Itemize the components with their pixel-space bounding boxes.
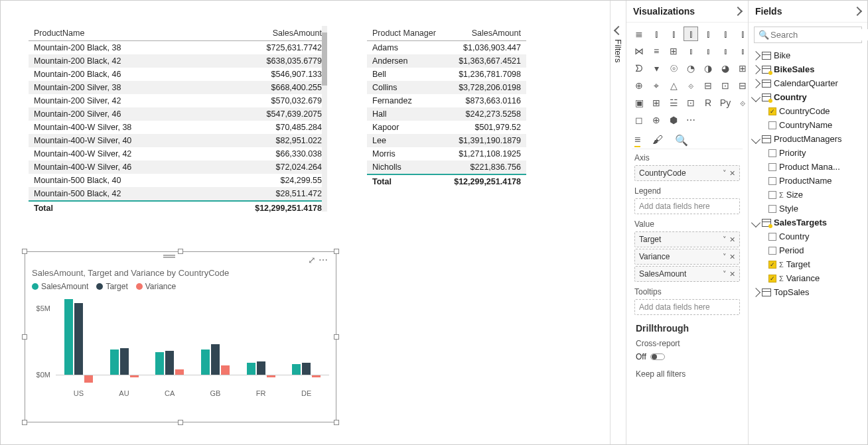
analytics-tab-icon[interactable]: 🔍 (675, 134, 688, 147)
viz-type-icon[interactable]: ⫿ (666, 27, 681, 41)
value-field-well[interactable]: Target˅✕ (634, 231, 740, 247)
field-table[interactable]: SalesTargets (751, 216, 865, 229)
field-item[interactable]: Period (751, 243, 865, 257)
viz-type-icon[interactable]: ⊕ (632, 78, 646, 93)
col-manager[interactable]: Product Manager (367, 26, 445, 41)
viz-type-icon[interactable]: ◕ (718, 61, 733, 76)
viz-type-icon[interactable]: ⬢ (666, 113, 681, 127)
table-row[interactable]: Kapoor$501,979.52 (367, 121, 526, 134)
table-row[interactable]: Fernandez$873,663.0116 (367, 94, 526, 107)
bar[interactable] (110, 350, 119, 375)
viz-type-icon[interactable]: Py (718, 95, 733, 110)
col-productname[interactable]: ProductName (29, 26, 202, 41)
col-salesamount[interactable]: SalesAmount (445, 26, 526, 41)
viz-type-icon[interactable]: ▾ (649, 61, 664, 76)
field-item[interactable]: ProductName (751, 174, 865, 188)
viz-type-icon[interactable]: ⊡ (718, 78, 733, 93)
fields-search[interactable]: 🔍 (754, 27, 862, 43)
bar[interactable] (292, 364, 301, 375)
table-row[interactable]: Mountain-200 Black, 46$546,907.133 (29, 68, 327, 81)
table-row[interactable]: Andersen$1,363,667.4521 (367, 54, 526, 68)
field-item[interactable]: CountryCode (751, 104, 865, 118)
bar[interactable] (257, 361, 265, 375)
legend-field-well[interactable]: Add data fields here (634, 198, 740, 214)
viz-type-icon[interactable]: ⊞ (649, 95, 664, 110)
table-row[interactable]: Lee$1,391,190.1879 (367, 134, 526, 147)
table-row[interactable]: Mountain-200 Black, 42$638,035.6779 (29, 54, 327, 68)
bar[interactable] (201, 350, 210, 375)
field-item[interactable]: ΣTarget (751, 257, 865, 271)
viz-type-icon[interactable]: ᗤ (632, 61, 646, 76)
table-row[interactable]: Mountain-500 Black, 40$24,299.55 (29, 174, 327, 187)
field-table[interactable]: BikeSales (751, 62, 865, 76)
viz-type-icon[interactable]: ⫿ (718, 27, 733, 41)
viz-type-icon[interactable]: ⫾ (684, 44, 698, 58)
viz-type-icon[interactable]: ▣ (632, 95, 646, 110)
viz-type-icon[interactable]: ⟐ (684, 78, 698, 93)
drag-handle-icon[interactable] (160, 255, 179, 260)
bar[interactable] (155, 352, 164, 375)
viz-type-icon[interactable]: ⊕ (649, 113, 664, 127)
viz-type-icon[interactable]: ⦾ (666, 61, 681, 76)
bar[interactable] (84, 375, 93, 383)
format-tab-icon[interactable]: 🖌 (652, 134, 663, 147)
viz-type-icon[interactable]: ⫾ (718, 44, 733, 58)
bar[interactable] (64, 299, 73, 375)
bar[interactable] (165, 351, 174, 375)
field-item[interactable]: Product Mana... (751, 160, 865, 174)
viz-type-icon[interactable]: ≣ (632, 27, 646, 41)
table-row[interactable]: Mountain-500 Black, 42$28,511.472 (29, 187, 327, 201)
field-table[interactable]: Bike (751, 48, 865, 62)
report-canvas[interactable]: ProductName SalesAmount Mountain-200 Bla… (1, 1, 610, 444)
collapse-fields-icon[interactable] (853, 7, 862, 16)
table-row[interactable]: Adams$1,036,903.447 (367, 41, 526, 55)
chart-plot-area[interactable]: $5M$0M USAUCAGBFRDE (56, 295, 329, 401)
table-row[interactable]: Mountain-400-W Silver, 46$72,024.264 (29, 160, 327, 174)
bar[interactable] (247, 363, 255, 375)
table-row[interactable]: Nicholls$221,836.756 (367, 160, 526, 174)
table-row[interactable]: Mountain-200 Black, 38$725,631.7742 (29, 41, 327, 55)
cross-report-toggle[interactable]: Off (632, 351, 743, 367)
scrollbar[interactable] (322, 26, 327, 212)
bar[interactable] (221, 365, 230, 375)
axis-field-well[interactable]: CountryCode˅✕ (634, 165, 740, 181)
filters-tab[interactable]: Filters (610, 1, 626, 444)
table-row[interactable]: Mountain-200 Silver, 42$570,032.679 (29, 94, 327, 107)
clustered-bar-chart[interactable]: ⤢⋯ SalesAmount, Target and Variance by C… (25, 251, 336, 422)
more-options-icon[interactable]: ⋯ (319, 255, 330, 265)
viz-type-icon[interactable]: ⋯ (684, 113, 698, 127)
field-table[interactable]: ProductManagers (751, 132, 865, 146)
field-table[interactable]: CalendarQuarter (751, 76, 865, 90)
viz-type-icon[interactable]: ⌖ (649, 78, 664, 93)
field-item[interactable]: ΣVariance (751, 271, 865, 285)
table-row[interactable]: Mountain-200 Silver, 38$668,400.255 (29, 81, 327, 94)
viz-type-icon[interactable]: ⋈ (632, 44, 646, 58)
table-manager-sales[interactable]: Product Manager SalesAmount Adams$1,036,… (367, 26, 526, 188)
table-row[interactable]: Mountain-400-W Silver, 42$66,330.038 (29, 147, 327, 160)
field-item[interactable]: CountryName (751, 118, 865, 132)
viz-type-icon[interactable]: ≡ (649, 44, 664, 58)
bar[interactable] (120, 348, 129, 375)
viz-type-icon[interactable]: ⊡ (684, 95, 698, 110)
field-item[interactable]: ΣSize (751, 188, 865, 202)
fields-tab-icon[interactable]: ≡ (634, 134, 640, 147)
col-salesamount[interactable]: SalesAmount (202, 26, 327, 41)
viz-type-icon[interactable]: ⊟ (701, 78, 715, 93)
table-row[interactable]: Morris$1,271,108.1925 (367, 147, 526, 160)
viz-type-icon[interactable]: ⫿ (701, 27, 715, 41)
table-row[interactable]: Mountain-200 Silver, 46$547,639.2075 (29, 107, 327, 121)
viz-type-icon[interactable]: ☱ (666, 95, 681, 110)
tooltips-field-well[interactable]: Add data fields here (634, 299, 740, 315)
expand-filters-icon[interactable] (613, 26, 622, 35)
viz-type-icon[interactable]: △ (666, 78, 681, 93)
viz-type-icon[interactable]: ⫾ (701, 44, 715, 58)
table-row[interactable]: Mountain-400-W Silver, 40$82,951.022 (29, 134, 327, 147)
bar[interactable] (74, 303, 83, 375)
value-field-well[interactable]: SalesAmount˅✕ (634, 266, 740, 282)
table-row[interactable]: Hall$242,273.5258 (367, 107, 526, 121)
viz-type-icon[interactable]: ◑ (701, 61, 715, 76)
viz-type-icon[interactable]: ◻ (632, 113, 646, 127)
bar[interactable] (175, 369, 184, 375)
viz-type-icon[interactable]: ⊞ (666, 44, 681, 58)
field-item[interactable]: Country (751, 229, 865, 243)
